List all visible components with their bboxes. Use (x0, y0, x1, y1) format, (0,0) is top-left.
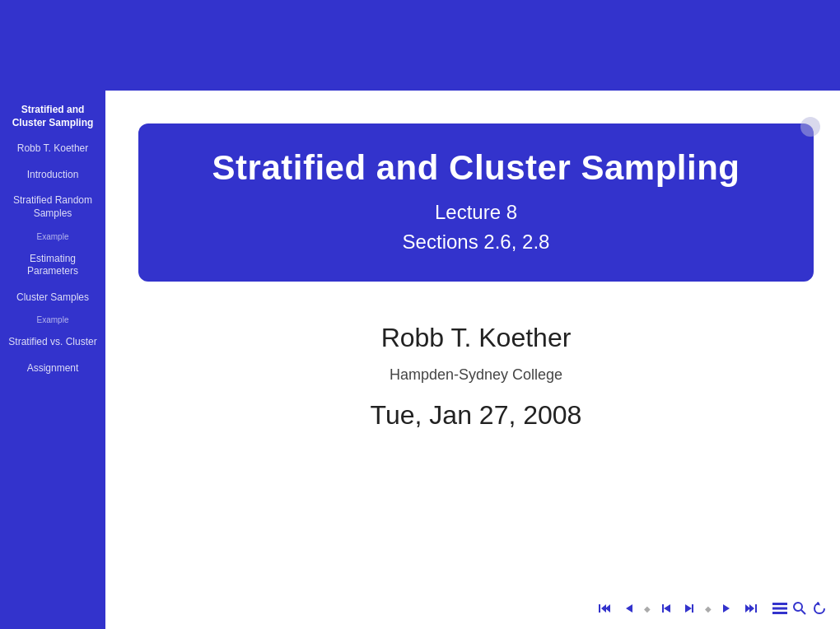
nav-section-prev-icon[interactable] (657, 601, 675, 616)
sidebar-item-stratified[interactable]: Stratified Random Samples (5, 189, 100, 225)
content-area: Stratified and Cluster Sampling Lecture … (105, 91, 840, 629)
sidebar-item-example2[interactable]: Example (5, 312, 100, 328)
sidebar-item-cluster[interactable]: Cluster Samples (5, 287, 100, 310)
nav-last-icon[interactable] (741, 601, 759, 616)
top-bar (0, 0, 840, 91)
svg-rect-14 (772, 612, 787, 614)
nav-separator1: ◆ (644, 604, 651, 613)
nav-menu-icon[interactable] (772, 601, 787, 616)
svg-marker-6 (685, 604, 692, 613)
sidebar-item-introduction[interactable]: Introduction (5, 164, 100, 187)
sidebar-item-assignment[interactable]: Assignment (5, 357, 100, 380)
sidebar-item-example1[interactable]: Example (5, 229, 100, 245)
svg-marker-11 (749, 604, 754, 613)
sidebar-item-estimating[interactable]: Estimating Parameters (5, 248, 100, 283)
sidebar-item-author[interactable]: Robb T. Koether (5, 137, 100, 161)
slide-title: Stratified and Cluster Sampling (180, 148, 772, 188)
svg-rect-13 (772, 608, 787, 610)
svg-rect-12 (772, 603, 787, 605)
svg-marker-2 (601, 604, 606, 613)
slide-subtitle: Lecture 8 Sections 2.6, 2.8 (180, 198, 772, 257)
nav-back-icon[interactable] (812, 601, 827, 616)
institution: Hampden-Sydney College (371, 366, 582, 384)
svg-line-16 (801, 610, 805, 614)
sidebar-item-title[interactable]: Stratified and Cluster Sampling (5, 99, 100, 134)
svg-marker-8 (723, 604, 730, 613)
svg-marker-3 (626, 604, 632, 613)
svg-rect-0 (599, 604, 600, 613)
author-name: Robb T. Koether (371, 323, 582, 353)
nav-search-icon[interactable] (792, 601, 807, 616)
svg-marker-4 (664, 604, 670, 613)
nav-separator2: ◆ (705, 604, 712, 613)
nav-prev-icon[interactable] (619, 601, 637, 616)
nav-section-next-icon[interactable] (680, 601, 698, 616)
svg-rect-9 (755, 604, 757, 613)
author-section: Robb T. Koether Hampden-Sydney College T… (371, 323, 582, 431)
bottom-navigation: ◆ ◆ (596, 601, 827, 616)
sidebar: Stratified and Cluster Sampling Robb T. … (0, 91, 105, 629)
nav-next-icon[interactable] (718, 601, 736, 616)
svg-point-15 (794, 603, 802, 611)
nav-first-icon[interactable] (596, 601, 614, 616)
presentation-date: Tue, Jan 27, 2008 (371, 400, 582, 431)
sidebar-item-stratified-vs-cluster[interactable]: Stratified vs. Cluster (5, 331, 100, 354)
main-area: Stratified and Cluster Sampling Robb T. … (0, 91, 840, 629)
title-box: Stratified and Cluster Sampling Lecture … (138, 123, 814, 282)
